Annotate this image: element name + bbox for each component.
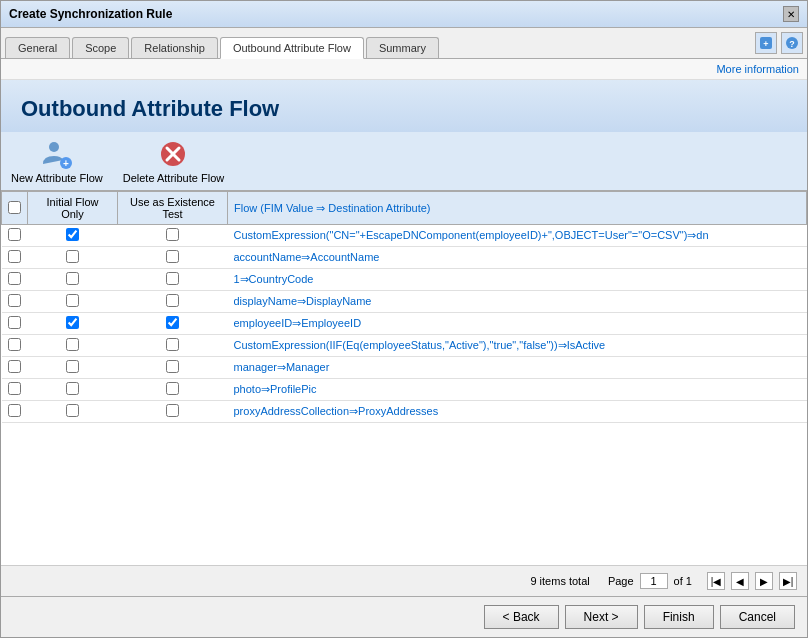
more-info-link[interactable]: More information: [1, 59, 807, 80]
delete-attribute-flow-button[interactable]: Delete Attribute Flow: [123, 138, 225, 184]
main-window: Create Synchronization Rule ✕ General Sc…: [0, 0, 808, 638]
cancel-button[interactable]: Cancel: [720, 605, 795, 629]
row-select-checkbox[interactable]: [8, 272, 21, 285]
flow-value: employeeID⇒EmployeeID: [228, 313, 807, 335]
row-select-checkbox[interactable]: [8, 316, 21, 329]
table-header-row: Initial Flow Only Use as Existence Test …: [2, 192, 807, 225]
existence-test-checkbox[interactable]: [166, 404, 179, 417]
bottom-bar: < Back Next > Finish Cancel: [1, 596, 807, 637]
initial-flow-checkbox[interactable]: [66, 404, 79, 417]
tab-outbound[interactable]: Outbound Attribute Flow: [220, 37, 364, 59]
existence-test-checkbox[interactable]: [166, 382, 179, 395]
initial-flow-checkbox[interactable]: [66, 360, 79, 373]
row-select-checkbox[interactable]: [8, 404, 21, 417]
tabs: General Scope Relationship Outbound Attr…: [5, 37, 439, 58]
finish-button[interactable]: Finish: [644, 605, 714, 629]
initial-flow-checkbox[interactable]: [66, 272, 79, 285]
delete-attribute-icon: [157, 138, 189, 170]
flow-value: CustomExpression(IIF(Eq(employeeStatus,"…: [228, 335, 807, 357]
initial-flow-checkbox[interactable]: [66, 228, 79, 241]
close-button[interactable]: ✕: [783, 6, 799, 22]
header-flow: Flow (FIM Value ⇒ Destination Attribute): [228, 192, 807, 225]
next-page-button[interactable]: ▶: [755, 572, 773, 590]
flow-value: CustomExpression("CN="+EscapeDNComponent…: [228, 225, 807, 247]
initial-flow-checkbox[interactable]: [66, 382, 79, 395]
window-title: Create Synchronization Rule: [9, 7, 172, 21]
table-row: proxyAddressCollection⇒ProxyAddresses: [2, 401, 807, 423]
help-icon[interactable]: ?: [781, 32, 803, 54]
svg-text:+: +: [763, 39, 768, 49]
initial-flow-checkbox[interactable]: [66, 250, 79, 263]
new-attribute-label: New Attribute Flow: [11, 172, 103, 184]
initial-flow-checkbox[interactable]: [66, 316, 79, 329]
page-label: Page: [608, 575, 634, 587]
header-initial-flow: Initial Flow Only: [28, 192, 118, 225]
flow-value: photo⇒ProfilePic: [228, 379, 807, 401]
existence-test-checkbox[interactable]: [166, 360, 179, 373]
header-select-all[interactable]: [2, 192, 28, 225]
pagination-bar: 9 items total Page of 1 |◀ ◀ ▶ ▶|: [1, 565, 807, 596]
tab-icons: + ?: [755, 32, 803, 58]
svg-point-4: [49, 142, 59, 152]
title-bar: Create Synchronization Rule ✕: [1, 1, 807, 28]
prev-page-button[interactable]: ◀: [731, 572, 749, 590]
row-select-checkbox[interactable]: [8, 338, 21, 351]
table-area: Initial Flow Only Use as Existence Test …: [1, 191, 807, 565]
tab-summary[interactable]: Summary: [366, 37, 439, 58]
next-button[interactable]: Next >: [565, 605, 638, 629]
table-row: 1⇒CountryCode: [2, 269, 807, 291]
tab-scope[interactable]: Scope: [72, 37, 129, 58]
items-total: 9 items total: [530, 575, 589, 587]
initial-flow-checkbox[interactable]: [66, 294, 79, 307]
row-select-checkbox[interactable]: [8, 382, 21, 395]
table-row: accountName⇒AccountName: [2, 247, 807, 269]
table-row: displayName⇒DisplayName: [2, 291, 807, 313]
toolbar: + New Attribute Flow Delete Attribute Fl…: [1, 132, 807, 191]
existence-test-checkbox[interactable]: [166, 294, 179, 307]
table-row: employeeID⇒EmployeeID: [2, 313, 807, 335]
first-page-button[interactable]: |◀: [707, 572, 725, 590]
svg-text:?: ?: [789, 39, 795, 49]
tab-bar: General Scope Relationship Outbound Attr…: [1, 28, 807, 59]
header-existence-test: Use as Existence Test: [118, 192, 228, 225]
tab-relationship[interactable]: Relationship: [131, 37, 218, 58]
new-attribute-flow-button[interactable]: + New Attribute Flow: [11, 138, 103, 184]
last-page-button[interactable]: ▶|: [779, 572, 797, 590]
table-row: CustomExpression(IIF(Eq(employeeStatus,"…: [2, 335, 807, 357]
row-select-checkbox[interactable]: [8, 228, 21, 241]
flow-value: proxyAddressCollection⇒ProxyAddresses: [228, 401, 807, 423]
existence-test-checkbox[interactable]: [166, 316, 179, 329]
existence-test-checkbox[interactable]: [166, 250, 179, 263]
select-all-checkbox[interactable]: [8, 201, 21, 214]
existence-test-checkbox[interactable]: [166, 272, 179, 285]
flow-value: manager⇒Manager: [228, 357, 807, 379]
delete-attribute-label: Delete Attribute Flow: [123, 172, 225, 184]
flow-value: 1⇒CountryCode: [228, 269, 807, 291]
row-select-checkbox[interactable]: [8, 360, 21, 373]
attribute-flow-table: Initial Flow Only Use as Existence Test …: [1, 191, 807, 423]
flow-value: accountName⇒AccountName: [228, 247, 807, 269]
initial-flow-checkbox[interactable]: [66, 338, 79, 351]
table-row: CustomExpression("CN="+EscapeDNComponent…: [2, 225, 807, 247]
existence-test-checkbox[interactable]: [166, 338, 179, 351]
page-number-input[interactable]: [640, 573, 668, 589]
svg-text:+: +: [63, 158, 69, 169]
page-title: Outbound Attribute Flow: [21, 96, 787, 122]
existence-test-checkbox[interactable]: [166, 228, 179, 241]
help-extra-icon[interactable]: +: [755, 32, 777, 54]
row-select-checkbox[interactable]: [8, 294, 21, 307]
page-of-label: of 1: [674, 575, 692, 587]
page-header: Outbound Attribute Flow: [1, 80, 807, 132]
table-row: manager⇒Manager: [2, 357, 807, 379]
new-attribute-icon: +: [41, 138, 73, 170]
back-button[interactable]: < Back: [484, 605, 559, 629]
row-select-checkbox[interactable]: [8, 250, 21, 263]
tab-general[interactable]: General: [5, 37, 70, 58]
flow-value: displayName⇒DisplayName: [228, 291, 807, 313]
table-row: photo⇒ProfilePic: [2, 379, 807, 401]
content-area: More information Outbound Attribute Flow…: [1, 59, 807, 596]
